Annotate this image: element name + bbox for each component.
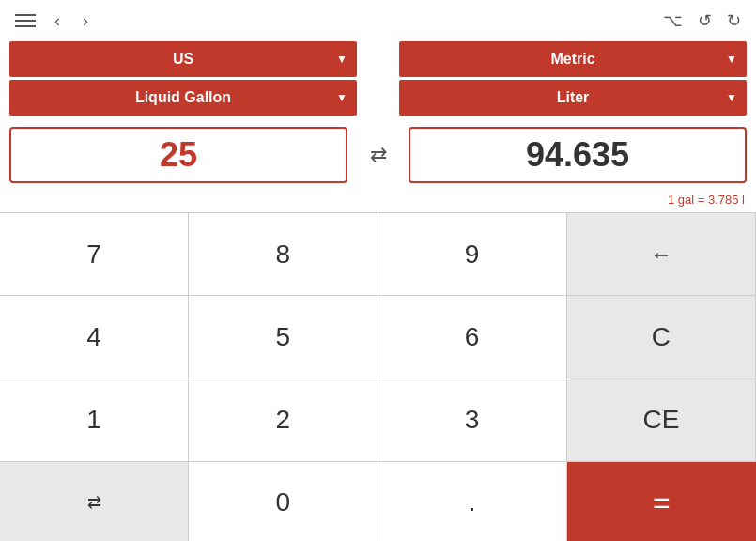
keypad: 7 8 9 ← 4 5 6 C 1 2 3 CE ⇄ 0 . = bbox=[0, 212, 756, 541]
tool-icon[interactable]: ⌥ bbox=[663, 10, 683, 31]
refresh-icon[interactable]: ↻ bbox=[727, 10, 741, 31]
key-7[interactable]: 7 bbox=[0, 213, 189, 296]
conversion-info: 1 gal = 3.785 l bbox=[0, 191, 756, 212]
key-ce[interactable]: CE bbox=[567, 379, 756, 462]
right-unit-dropdown[interactable]: Liter bbox=[399, 80, 747, 116]
back-button[interactable]: ‹ bbox=[51, 8, 64, 35]
key-dot[interactable]: . bbox=[378, 462, 567, 541]
key-6[interactable]: 6 bbox=[378, 296, 567, 379]
left-dropdown-group: US Liquid Gallon bbox=[9, 41, 357, 116]
swap-icon: ⇄ bbox=[360, 143, 397, 167]
key-3[interactable]: 3 bbox=[378, 379, 567, 462]
left-unit-dropdown[interactable]: Liquid Gallon bbox=[9, 80, 357, 116]
key-0[interactable]: 0 bbox=[189, 462, 378, 541]
left-system-dropdown[interactable]: US bbox=[9, 41, 357, 77]
forward-button[interactable]: › bbox=[79, 8, 92, 35]
key-swap[interactable]: ⇄ bbox=[0, 462, 189, 541]
key-5[interactable]: 5 bbox=[189, 296, 378, 379]
input-field[interactable] bbox=[9, 127, 347, 183]
output-field: 94.635 bbox=[409, 127, 747, 183]
header: ‹ › ⌥ ↺ ↻ bbox=[0, 0, 756, 41]
key-1[interactable]: 1 bbox=[0, 379, 189, 462]
dropdowns-row: US Liquid Gallon Metric Liter bbox=[0, 41, 756, 116]
right-system-dropdown[interactable]: Metric bbox=[399, 41, 747, 77]
header-left: ‹ › bbox=[15, 8, 92, 35]
key-equals[interactable]: = bbox=[567, 462, 756, 541]
hamburger-menu[interactable] bbox=[15, 14, 36, 27]
key-backspace[interactable]: ← bbox=[567, 213, 756, 296]
key-4[interactable]: 4 bbox=[0, 296, 189, 379]
key-c[interactable]: C bbox=[567, 296, 756, 379]
undo-icon[interactable]: ↺ bbox=[698, 10, 712, 31]
right-dropdown-group: Metric Liter bbox=[399, 41, 747, 116]
key-2[interactable]: 2 bbox=[189, 379, 378, 462]
key-9[interactable]: 9 bbox=[378, 213, 567, 296]
input-row: ⇄ 94.635 bbox=[0, 119, 756, 191]
header-right: ⌥ ↺ ↻ bbox=[663, 10, 741, 31]
key-8[interactable]: 8 bbox=[189, 213, 378, 296]
